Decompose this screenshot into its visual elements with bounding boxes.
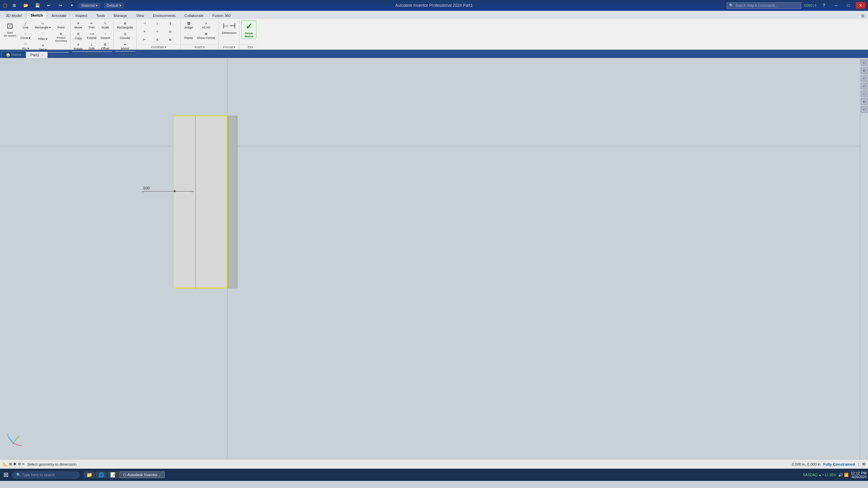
help-button[interactable]: ? <box>819 2 829 9</box>
circle-button[interactable]: ○ Circle ▾ <box>19 31 33 41</box>
start-2d-sketch-button[interactable]: ⊡ Start2D Sketch <box>2 20 18 38</box>
material-dropdown[interactable]: Material ▾ <box>79 3 100 8</box>
ribbon-group-format: ⊢⊣ Dimension Format ▾ <box>219 20 240 49</box>
quick-access-new[interactable]: ⊞ <box>9 2 19 9</box>
quick-access-open[interactable]: 📂 <box>21 2 31 9</box>
quick-access-more[interactable]: ▼ <box>67 2 77 9</box>
tab-3d-model[interactable]: 3D Model <box>1 12 26 19</box>
canvas[interactable]: ← → .500 z x y ⊡ ⊞ ≡ <box>0 58 868 459</box>
close-button[interactable]: ✕ <box>856 2 865 9</box>
extend-button[interactable]: ⟶ Extend <box>85 31 98 41</box>
panel-icon-6[interactable]: ⊕ <box>861 98 868 105</box>
search-bar[interactable]: 🔍 Search Help & Commands... <box>727 2 801 9</box>
quick-access-undo[interactable]: ↩ <box>44 2 54 9</box>
copy-button[interactable]: ⧉ Copy <box>72 31 85 41</box>
text-button[interactable]: A Text ▾ <box>33 42 53 52</box>
constrain-9-button[interactable]: ⊗ <box>164 37 176 42</box>
panel-icon-7[interactable]: ✛ <box>861 106 868 113</box>
constrain-5-button[interactable]: ≈ <box>151 28 163 34</box>
status-icon-4[interactable]: ⚙ <box>18 462 21 466</box>
clock[interactable]: 12:12 PM 4/26/2024 <box>851 471 867 479</box>
scale-button[interactable]: ⤡ Scale <box>99 20 112 30</box>
panel-icon-3[interactable]: ≡ <box>861 75 868 82</box>
constrain-1-button[interactable]: ⊣ <box>138 20 151 26</box>
panel-icon-2[interactable]: ⊞ <box>861 67 868 74</box>
quick-access-redo[interactable]: ↪ <box>56 2 65 9</box>
move-button[interactable]: ✛ Move <box>72 20 85 30</box>
constrain-7-button[interactable]: ⊢ <box>138 37 151 42</box>
scale-label: Scale <box>101 26 109 29</box>
offset-button[interactable]: ⊞ Offset <box>99 41 112 51</box>
tab-manage[interactable]: Manage <box>109 12 132 19</box>
constrain-3-button[interactable]: ∥ <box>164 20 176 26</box>
fillet-button[interactable]: ⌒ Fillet ▾ <box>33 31 53 42</box>
constraint-status: Fully Constrained <box>823 462 855 466</box>
scale-icon: ⤡ <box>104 22 106 25</box>
rectangular-button[interactable]: ⊞ Rectangular <box>115 20 135 30</box>
image-button[interactable]: 🖼 Image <box>182 20 195 30</box>
minimize-button[interactable]: ─ <box>831 2 841 9</box>
tab-annotate[interactable]: Annotate <box>47 12 71 19</box>
part1-tab[interactable]: Part1 ✕ <box>26 52 47 58</box>
fullscreen-icon[interactable]: ⊠ <box>862 462 865 466</box>
panel-icon-1[interactable]: ⊡ <box>861 59 868 66</box>
exit-buttons: ✓ FinishSketch <box>241 20 259 44</box>
status-icon-3[interactable]: ✱ <box>13 462 16 466</box>
ribbon-expand-icon[interactable]: ⊞ <box>859 13 867 19</box>
title-bar-left: ⬡ ⊞ 📂 💾 ↩ ↪ ▼ Material ▾ Default ▾ <box>3 2 124 9</box>
circular-button[interactable]: ◎ Circular <box>115 31 135 41</box>
tab-environments[interactable]: Environments <box>149 12 180 19</box>
rectangle-button[interactable]: ▭ Rectangle ▾ <box>33 20 53 30</box>
status-icon-5[interactable]: ≡ <box>22 462 24 466</box>
dimension-button[interactable]: ⊢⊣ Dimension <box>220 20 238 36</box>
taskbar-app-1[interactable]: 📁 <box>84 471 95 478</box>
tab-fusion360[interactable]: Fusion 360 <box>208 12 235 19</box>
constrain-2-button[interactable]: ⊥ <box>151 20 163 26</box>
tab-inspect[interactable]: Inspect <box>71 12 92 19</box>
point-button[interactable]: · Point <box>53 20 68 30</box>
c3-icon: ∥ <box>170 22 171 25</box>
rotate-button[interactable]: ↺ Rotate <box>72 42 85 52</box>
taskbar-search[interactable]: 🔍 Type here to search <box>12 471 80 479</box>
panel-icon-4[interactable]: ↺ <box>861 83 868 89</box>
trim-button[interactable]: ✂ Trim <box>85 20 98 30</box>
taskbar-app-2[interactable]: 🌐 <box>96 471 107 478</box>
tab-sketch[interactable]: Sketch <box>26 12 47 19</box>
points-button[interactable]: · Points <box>182 31 195 41</box>
acad-button[interactable]: A ACAD <box>195 20 217 30</box>
part-right-strip <box>228 116 237 288</box>
stretch-button[interactable]: ↔ Stretch <box>99 31 112 41</box>
finish-sketch-button[interactable]: ✓ FinishSketch <box>241 20 256 39</box>
quick-access-save[interactable]: 💾 <box>33 2 42 9</box>
status-icon-1[interactable]: 📐 <box>3 462 7 466</box>
c2-icon: ⊥ <box>156 22 159 25</box>
mirror-icon: ⇔ <box>124 43 126 46</box>
status-icon-2[interactable]: ⊕ <box>9 462 12 466</box>
maximize-button[interactable]: □ <box>844 2 853 9</box>
split-button[interactable]: ⊥ Split <box>85 41 98 51</box>
constrain-6-button[interactable]: ◎ <box>164 28 176 34</box>
show-format-button[interactable]: ⊠ Show Format <box>195 31 217 41</box>
mirror-button[interactable]: ⇔ Mirror <box>115 41 135 51</box>
project-geometry-button[interactable]: ⊕ ProjectGeometry <box>53 31 68 43</box>
tab-tools[interactable]: Tools <box>92 12 110 19</box>
split-label: Split <box>88 47 95 50</box>
tab-collaborate[interactable]: Collaborate <box>180 12 208 19</box>
tab-view[interactable]: View <box>132 12 149 19</box>
constrain-4-button[interactable]: ≡ <box>138 28 151 34</box>
line-button[interactable]: ╱ Line <box>19 20 33 30</box>
home-tab[interactable]: 🏠 Home <box>1 51 26 58</box>
part1-tab-close[interactable]: ✕ <box>41 53 43 57</box>
rotate-label: Rotate <box>74 47 83 50</box>
image-icon: 🖼 <box>187 22 190 25</box>
inventor-taskbar-btn[interactable]: ⬡ Autodesk Inventor… <box>119 471 165 478</box>
x-axis-label: x <box>20 444 22 447</box>
arc-button[interactable]: ◠ Arc ▾ <box>19 41 33 51</box>
insert-buttons: 🖼 Image · Points A ACAD ⊠ Show <box>182 20 217 44</box>
panel-icon-5[interactable]: ⊹ <box>861 90 868 97</box>
create-buttons: ⊡ Start2D Sketch ╱ Line ○ Circle ▾ ◠ Arc… <box>2 20 69 52</box>
constrain-8-button[interactable]: ⧖ <box>151 37 163 43</box>
taskbar-app-3[interactable]: 📝 <box>107 471 119 478</box>
start-button[interactable]: ⊞ <box>1 470 11 479</box>
default-dropdown[interactable]: Default ▾ <box>104 3 124 8</box>
